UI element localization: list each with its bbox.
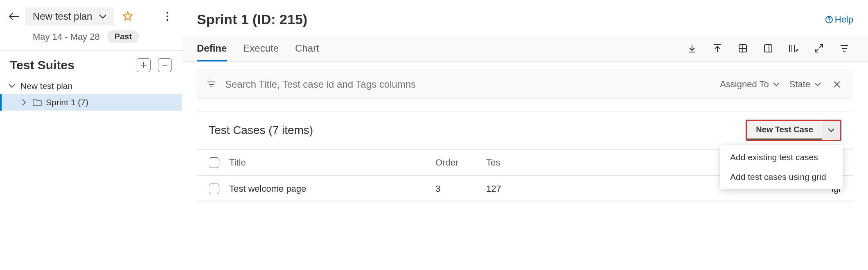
filter-state[interactable]: State bbox=[789, 79, 821, 90]
filter-assigned-to[interactable]: Assigned To bbox=[720, 79, 779, 90]
add-suite-button[interactable] bbox=[137, 58, 151, 72]
plan-selector[interactable]: New test plan bbox=[25, 7, 114, 25]
col-title[interactable]: Title bbox=[229, 157, 426, 168]
clear-filters-icon[interactable] bbox=[831, 81, 843, 88]
svg-point-2 bbox=[167, 19, 168, 21]
new-test-case-dropdown[interactable] bbox=[822, 121, 840, 140]
cell-title: Test welcome page bbox=[229, 184, 426, 194]
chevron-down-icon bbox=[773, 82, 780, 86]
tab-execute[interactable]: Execute bbox=[243, 35, 279, 61]
plan-name: New test plan bbox=[33, 11, 92, 22]
plan-row: New test plan bbox=[8, 7, 174, 25]
chevron-down-icon bbox=[827, 128, 835, 133]
filter-icon[interactable] bbox=[835, 39, 853, 57]
left-panel: New test plan May 14 - May 28 Past Test … bbox=[0, 0, 182, 270]
page-title: Sprint 1 (ID: 215) bbox=[197, 11, 825, 27]
col-order[interactable]: Order bbox=[435, 157, 476, 168]
col-test[interactable]: Tes bbox=[486, 157, 515, 168]
grid-view-icon[interactable] bbox=[734, 39, 752, 57]
cases-title: Test Cases (7 items) bbox=[209, 124, 746, 137]
chevron-right-icon bbox=[20, 99, 29, 106]
back-arrow-icon[interactable] bbox=[8, 11, 20, 22]
split-view-icon[interactable] bbox=[759, 39, 777, 57]
main-panel: Sprint 1 (ID: 215) Help Define Execute C… bbox=[182, 0, 868, 270]
tab-chart[interactable]: Chart bbox=[295, 35, 319, 61]
folder-icon bbox=[33, 99, 42, 106]
cell-test: 127 bbox=[486, 184, 515, 194]
test-suites-title: Test Suites bbox=[10, 58, 129, 72]
chevron-down-icon bbox=[814, 82, 821, 86]
status-badge: Past bbox=[107, 30, 139, 43]
tree-child-selected[interactable]: Sprint 1 (7) bbox=[0, 94, 182, 111]
new-test-case-button[interactable]: New Test Case bbox=[747, 121, 822, 140]
new-test-case-menu: Add existing test cases Add test cases u… bbox=[720, 145, 843, 189]
menu-add-existing[interactable]: Add existing test cases bbox=[720, 147, 843, 167]
download-icon[interactable] bbox=[683, 39, 701, 57]
svg-point-1 bbox=[167, 16, 168, 17]
cell-order: 3 bbox=[435, 184, 476, 194]
title-row: Sprint 1 (ID: 215) Help bbox=[182, 0, 868, 27]
more-actions-icon[interactable] bbox=[161, 10, 174, 23]
tab-bar: Define Execute Chart bbox=[182, 35, 868, 62]
help-icon bbox=[825, 16, 833, 24]
filter-assigned-label: Assigned To bbox=[720, 79, 769, 90]
chevron-down-icon bbox=[7, 84, 16, 88]
search-bar: Assigned To State bbox=[197, 70, 853, 99]
tree-child-label: Sprint 1 (7) bbox=[46, 98, 88, 107]
help-link[interactable]: Help bbox=[825, 14, 853, 25]
test-suites-header: Test Suites bbox=[0, 50, 182, 75]
svg-point-0 bbox=[167, 12, 168, 14]
test-cases-card: Test Cases (7 items) New Test Case Add e… bbox=[197, 111, 853, 202]
expand-icon[interactable] bbox=[810, 39, 828, 57]
select-all-checkbox[interactable] bbox=[209, 157, 219, 168]
filter-state-label: State bbox=[789, 79, 810, 90]
tree-root[interactable]: New test plan bbox=[0, 78, 182, 94]
tab-define[interactable]: Define bbox=[197, 35, 227, 61]
plan-date-range: May 14 - May 28 bbox=[33, 32, 100, 42]
favorite-star-icon[interactable] bbox=[122, 11, 133, 22]
search-input[interactable] bbox=[225, 79, 710, 90]
menu-add-grid[interactable]: Add test cases using grid bbox=[720, 167, 843, 187]
row-checkbox[interactable] bbox=[209, 184, 219, 194]
filter-lines-icon[interactable] bbox=[207, 81, 215, 88]
cases-header: Test Cases (7 items) New Test Case bbox=[197, 111, 853, 149]
suite-tree: New test plan Sprint 1 (7) bbox=[0, 75, 182, 113]
plan-date-row: May 14 - May 28 Past bbox=[33, 30, 174, 43]
help-label: Help bbox=[835, 14, 853, 25]
new-test-case-highlight: New Test Case bbox=[746, 120, 841, 141]
collapse-suite-button[interactable] bbox=[158, 58, 172, 72]
plan-header: New test plan May 14 - May 28 Past bbox=[0, 0, 182, 50]
upload-icon[interactable] bbox=[708, 39, 726, 57]
svg-rect-5 bbox=[764, 45, 772, 52]
tree-root-label: New test plan bbox=[20, 81, 72, 91]
columns-edit-icon[interactable] bbox=[785, 39, 803, 57]
chevron-down-icon bbox=[99, 14, 107, 19]
